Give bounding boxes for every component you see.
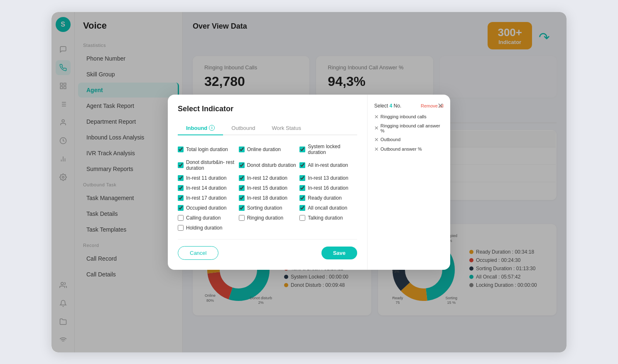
checkbox-ready[interactable]: Ready duration (299, 195, 357, 201)
checkbox-inrest16[interactable]: In-rest 16 duration (299, 185, 357, 191)
remove-tag-1[interactable]: ✕ (374, 125, 379, 131)
selected-tag-label-3: Outbound answer % (380, 147, 422, 151)
checkbox-inrest14[interactable]: In-rest 14 duration (178, 185, 235, 191)
checkbox-system-locked[interactable]: System locked duration (299, 144, 357, 155)
checkbox-total-login[interactable]: Total login duration (178, 144, 235, 155)
selected-count: Select 4 No. (374, 103, 401, 109)
checkbox-inrest12[interactable]: In-rest 12 duration (239, 175, 297, 181)
select-indicator-modal: Select Indicator ✕ Inbound i Outbound Wo… (168, 95, 450, 270)
remove-tag-3[interactable]: ✕ (374, 146, 379, 152)
inbound-tab-info-icon: i (209, 125, 215, 131)
modal-header: Select Indicator ✕ (178, 105, 357, 115)
selected-tag-1: ✕ Ringging inbound call answer % (374, 123, 444, 133)
modal-title: Select Indicator (178, 105, 233, 113)
checkbox-alloncall[interactable]: All oncall duration (299, 205, 357, 211)
modal-tab-outbound-label: Outbound (231, 125, 255, 131)
modal-overlay: Select Indicator ✕ Inbound i Outbound Wo… (52, 12, 566, 352)
modal-selected-sidebar: Select 4 No. Remove all ✕ Ringging inbou… (367, 95, 450, 270)
checkbox-sorting[interactable]: Sorting duration (239, 205, 297, 211)
modal-tab-outbound[interactable]: Outbound (223, 122, 263, 135)
checkbox-donot-disturb[interactable]: Donot disturb duration (239, 159, 297, 171)
checkbox-inrest11[interactable]: In-rest 11 duration (178, 175, 235, 181)
checkbox-talking[interactable]: Talking duration (299, 215, 357, 221)
save-button[interactable]: Save (321, 247, 357, 259)
checkbox-occupied[interactable]: Occupied duration (178, 205, 235, 211)
checkbox-inrest13[interactable]: In-rest 13 duration (299, 175, 357, 181)
checkbox-holding[interactable]: Holding duration (178, 225, 235, 231)
checkbox-inrest17[interactable]: In-rest 17 duration (178, 195, 235, 201)
checkbox-online-dur[interactable]: Online duration (239, 144, 297, 155)
modal-tab-workstatus[interactable]: Work Status (263, 122, 309, 135)
checkbox-ringing[interactable]: Ringing duration (239, 215, 297, 221)
remove-tag-0[interactable]: ✕ (374, 114, 379, 120)
cancel-button[interactable]: Cancel (178, 246, 218, 260)
selected-tag-label-1: Ringging inbound call answer % (380, 123, 444, 133)
modal-main: Select Indicator ✕ Inbound i Outbound Wo… (168, 95, 367, 270)
selected-tag-2: ✕ Outbound (374, 137, 444, 143)
checkbox-inrest18[interactable]: In-rest 18 duration (239, 195, 297, 201)
checkbox-grid: Total login duration Online duration Sys… (178, 144, 357, 231)
modal-tabs: Inbound i Outbound Work Status (178, 122, 357, 135)
remove-tag-2[interactable]: ✕ (374, 137, 379, 143)
selected-tag-0: ✕ Ringging inbound calls (374, 114, 444, 120)
modal-tab-workstatus-label: Work Status (272, 125, 301, 131)
selected-tag-3: ✕ Outbound answer % (374, 146, 444, 152)
selected-tag-label-0: Ringging inbound calls (380, 114, 427, 119)
modal-tab-inbound-label: Inbound (186, 125, 207, 131)
checkbox-all-inrest[interactable]: All in-rest duration (299, 159, 357, 171)
modal-footer: Cancel Save (178, 239, 357, 260)
checkbox-inrest15[interactable]: In-rest 15 duration (239, 185, 297, 191)
selected-header: Select 4 No. Remove all (374, 103, 444, 109)
selected-tag-label-2: Outbound (380, 137, 400, 142)
checkbox-calling[interactable]: Calling duration (178, 215, 235, 221)
modal-tab-inbound[interactable]: Inbound i (178, 122, 223, 135)
checkbox-donot-rest[interactable]: Donot disturb&in- rest duration (178, 159, 235, 171)
